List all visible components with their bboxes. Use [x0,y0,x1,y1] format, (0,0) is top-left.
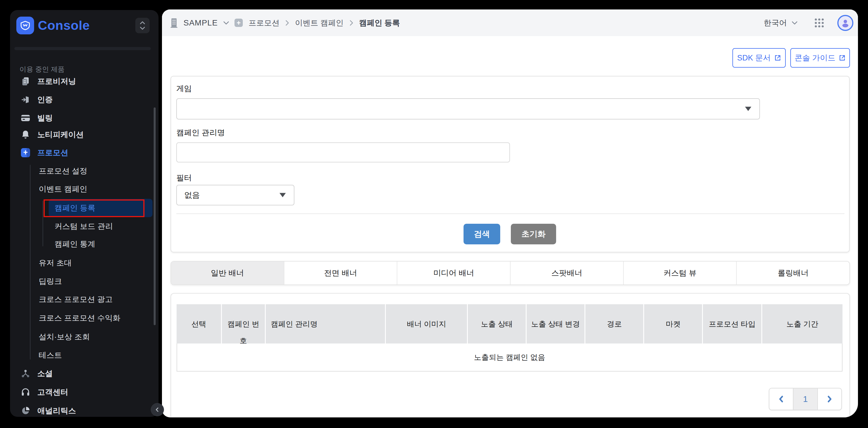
sidebar-item-install-reward[interactable]: 설치·보상 조회 [10,328,187,346]
project-switcher[interactable]: SAMPLE [170,9,229,36]
chevrons-up-down-icon [139,20,146,31]
pie-chart-icon [21,406,30,416]
column-header: 캠페인 관리명 [266,304,385,343]
documents-icon [21,76,30,86]
external-link-icon [774,55,781,61]
sidebar-item-label: 인증 [37,95,53,105]
chevron-down-icon [792,21,798,25]
sidebar-item-label: 고객센터 [37,387,68,397]
sidebar-item-cross-promo-ad[interactable]: 크로스 프로모션 광고 [10,290,187,308]
column-header: 노출 상태 [468,304,526,343]
game-label: 게임 [176,84,192,94]
campaign-table-card: 선택캠페인 번호캠페인 관리명배너 이미지노출 상태노출 상태 변경경로마켓프로… [170,293,850,418]
sidebar-item-event-campaign[interactable]: 이벤트 캠페인 [10,180,187,198]
sidebar-item-label: 크로스 프로모션 광고 [39,294,113,304]
sidebar-item-label: 빌링 [37,113,53,123]
sidebar-item-provisioning[interactable]: 프로비저닝 [10,72,169,91]
plus-square-icon: + [21,148,30,157]
search-button[interactable]: 검색 [464,224,500,244]
next-page-button[interactable] [817,389,841,410]
sidebar-item-label: 프로비저닝 [37,76,76,87]
breadcrumb-item[interactable]: 캠페인 등록 [359,18,400,28]
chevron-left-icon [155,407,160,412]
breadcrumb-item[interactable]: 이벤트 캠페인 [295,18,344,28]
sidebar-item-cross-promo-revenue[interactable]: 크로스 프로모션 수익화 [10,309,187,327]
console-guide-button[interactable]: 콘솔 가이드 [790,48,850,68]
tab-rolling-banner[interactable]: 롤링배너 [736,262,849,285]
sidebar-item-label: 크로스 프로모션 수익화 [39,313,120,323]
game-select[interactable] [176,98,760,120]
reset-button[interactable]: 초기화 [511,224,556,244]
filter-label: 필터 [176,173,192,183]
tab-front-banner[interactable]: 전면 배너 [284,262,397,285]
apps-grid-icon [814,18,825,28]
sidebar-item-promotion-settings[interactable]: 프로모션 설정 [10,162,187,180]
sidebar-item-billing[interactable]: 빌링 [10,109,169,127]
prev-page-button[interactable] [769,389,793,410]
sidebar-divider [14,47,151,50]
plus-square-icon: + [21,148,30,157]
chevron-right-icon [826,395,833,403]
sidebar: Console 이용 중인 제품 프로비저닝인증빌링노티피케이션+프로모션프로모… [10,10,158,417]
empty-message: 노출되는 캠페인 없음 [474,352,545,362]
user-avatar[interactable] [837,15,854,31]
sidebar-item-user-invite[interactable]: 유저 초대 [10,254,187,272]
sidebar-item-cs-center[interactable]: 고객센터 [10,383,169,401]
sidebar-toggle-button[interactable] [151,403,164,416]
tab-media-banner[interactable]: 미디어 배너 [397,262,510,285]
sidebar-item-label: 소셜 [37,368,53,379]
sidebar-item-social[interactable]: 소셜 [10,364,169,383]
tab-spot-banner[interactable]: 스팟배너 [510,262,623,285]
sidebar-item-label: 딥링크 [39,276,62,287]
filter-select[interactable]: 없음 [176,185,294,205]
credit-card-icon [21,114,30,122]
project-name: SAMPLE [183,18,218,28]
sidebar-item-notification[interactable]: 노티피케이션 [10,126,169,144]
language-label: 한국어 [764,18,787,28]
campaign-name-input[interactable] [176,142,510,162]
form-divider [176,213,844,214]
promotion-badge-icon: + [235,19,243,27]
tab-normal-banner[interactable]: 일반 배너 [171,262,284,285]
topbar-right: 한국어 [764,9,858,36]
sdk-docs-button[interactable]: SDK 문서 [733,48,786,68]
breadcrumb-item[interactable]: 프로모션 [249,18,279,28]
search-filter-card: 게임 캠페인 관리명 필터 없음 검색 초기화 [170,76,850,252]
column-header: 배너 이미지 [386,304,467,343]
sidebar-item-label: 애널리틱스 [37,406,76,416]
building-icon [170,18,178,28]
language-selector[interactable]: 한국어 [764,18,798,28]
sidebar-item-label: 노티피케이션 [37,130,84,140]
sidebar-item-promotion[interactable]: +프로모션 [10,143,169,162]
tab-custom-view[interactable]: 커스텀 뷰 [623,262,737,285]
dropdown-arrow-icon [745,107,751,111]
current-page[interactable]: 1 [793,389,817,410]
sidebar-item-label: 프로모션 [37,147,68,158]
column-header: 노출 상태 변경 [527,304,585,343]
table-empty-row: 노출되는 캠페인 없음 [177,343,842,371]
sidebar-item-label: 설치·보상 조회 [39,332,90,342]
column-header: 선택 [177,304,221,343]
column-header: 노출 기간 [762,304,842,343]
login-icon [21,95,30,104]
breadcrumb-separator-icon [285,20,289,26]
sidebar-item-label: 테스트 [39,350,62,360]
sidebar-item-analytics[interactable]: 애널리틱스 [10,402,169,420]
campaign-name-label: 캠페인 관리명 [176,128,225,138]
table-header-row: 선택캠페인 번호캠페인 관리명배너 이미지노출 상태노출 상태 변경경로마켓프로… [177,304,842,343]
apps-grid-button[interactable] [814,18,825,28]
dropdown-arrow-icon [279,193,286,197]
sidebar-collapse-button[interactable] [135,18,150,33]
breadcrumb: + 프로모션이벤트 캠페인캠페인 등록 [235,9,400,36]
column-header: 경로 [585,304,644,343]
sidebar-item-deeplink[interactable]: 딥링크 [10,272,187,291]
sidebar-item-test[interactable]: 테스트 [10,346,187,364]
external-link-icon [839,55,846,61]
sidebar-item-auth[interactable]: 인증 [10,91,169,109]
sidebar-scrollbar[interactable] [154,107,156,325]
banner-type-tabs: 일반 배너전면 배너미디어 배너스팟배너커스텀 뷰롤링배너 [170,261,850,285]
console-logo-text: Console [38,17,90,34]
sidebar-item-label: 프로모션 설정 [39,166,87,176]
share-icon [21,369,30,378]
bell-icon [21,130,30,139]
